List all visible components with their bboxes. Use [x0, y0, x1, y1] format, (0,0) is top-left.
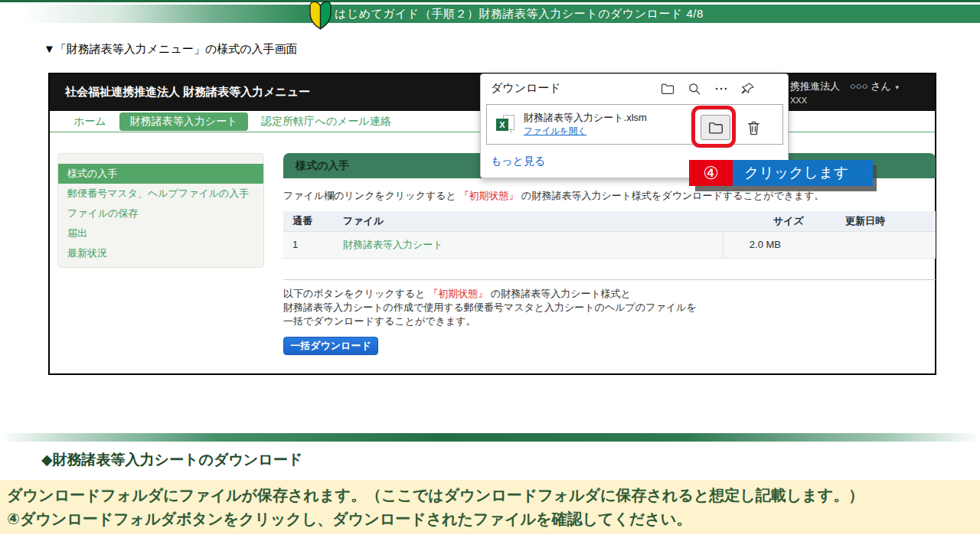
trash-icon: [745, 119, 763, 137]
divider-rule: [283, 279, 936, 280]
step-number-badge: ④: [689, 160, 733, 186]
beginner-mark-icon: [309, 1, 332, 30]
bulk-emphasis: 『初期状態』: [428, 288, 488, 299]
app-title: 社会福祉連携推進法人 財務諸表等入力メニュー: [65, 85, 310, 99]
col-no: 通番: [283, 211, 337, 231]
chevron-down-icon: ▼: [894, 84, 900, 91]
download-popup-title: ダウンロード: [491, 81, 561, 96]
tab-mail-contact[interactable]: 認定所轄庁へのメール連絡: [251, 115, 400, 129]
sidebar-item-submit[interactable]: 届出: [58, 223, 263, 243]
screen-caption: ▼「財務諸表等入力メニュー」の様式の入手画面: [44, 42, 298, 57]
intro-emphasis: 『初期状態』: [459, 190, 519, 201]
popup-toolbar: [658, 80, 757, 98]
delete-download-button[interactable]: [743, 118, 763, 138]
search-downloads-icon[interactable]: [685, 80, 704, 98]
note-box: ダウンロードフォルダにファイルが保存されます。（ここではダウンロードフォルダに保…: [0, 480, 980, 534]
user-menu[interactable]: 携推進法人 ○○○ さん▼ XXX: [790, 80, 900, 107]
click-instruction-label: クリックします: [733, 160, 873, 186]
banner-top-line: [0, 0, 980, 2]
table-row: 1 財務諸表等入力シート 2.0 MB: [283, 232, 936, 259]
guide-banner-title: はじめてガイド（手順２）財務諸表等入力シートのダウンロード 4/8: [335, 7, 704, 21]
table-header-row: 通番 ファイル サイズ 更新日時: [283, 211, 936, 232]
open-downloads-folder-icon[interactable]: [658, 80, 677, 98]
bulk-line1-pre: 以下のボタンをクリックすると: [283, 288, 428, 299]
guide-banner: はじめてガイド（手順２）財務諸表等入力シートのダウンロード 4/8: [0, 5, 980, 23]
user-org: XXX: [790, 94, 900, 107]
sidebar-item-save-file[interactable]: ファイルの保存: [58, 204, 263, 223]
sidebar-item-latest-status[interactable]: 最新状況: [58, 243, 263, 263]
cell-no: 1: [283, 232, 337, 258]
downloaded-file-item[interactable]: X↓ 財務諸表等入力シート.xlsm ファイルを開く: [486, 104, 783, 145]
cell-updated: [835, 232, 936, 258]
bulk-download-text: 以下のボタンをクリックすると 『初期状態』 の財務諸表等入力シート様式と 財務諸…: [283, 287, 936, 328]
file-table: 通番 ファイル サイズ 更新日時 1 財務諸表等入力シート 2.0 MB: [283, 211, 936, 259]
bulk-line3: 一括でダウンロードすることができます。: [283, 315, 936, 328]
bulk-line2: 財務諸表等入力シートの作成で使用する郵便番号マスタと入力シートのヘルプのファイル…: [283, 301, 936, 315]
downloaded-file-name: 財務諸表等入力シート.xlsm: [524, 111, 647, 125]
intro-pre: ファイル欄のリンクをクリックすると: [283, 190, 459, 201]
bulk-download-button[interactable]: 一括ダウンロード: [283, 337, 378, 355]
tab-home[interactable]: ホーム: [64, 115, 116, 129]
col-updated: 更新日時: [835, 211, 936, 231]
section-divider: [0, 433, 980, 442]
note-line-1: ダウンロードフォルダにファイルが保存されます。（ここではダウンロードフォルダに保…: [7, 484, 973, 507]
sidebar-item-postal-master[interactable]: 郵便番号マスタ、ヘルプファイルの入手: [58, 184, 263, 204]
col-size: サイズ: [724, 211, 835, 231]
see-more-link[interactable]: もっと見る: [491, 155, 545, 168]
tab-input-sheet[interactable]: 財務諸表等入力シート: [119, 112, 249, 131]
section-heading: ◆財務諸表等入力シートのダウンロード: [41, 450, 302, 470]
cell-size: 2.0 MB: [724, 232, 835, 258]
pin-icon[interactable]: [739, 80, 757, 98]
user-name: 携推進法人 ○○○ さん: [790, 80, 891, 92]
sidebar: 様式の入手 郵便番号マスタ、ヘルプファイルの入手 ファイルの保存 届出 最新状況: [57, 153, 264, 268]
excel-file-icon: X↓: [496, 115, 516, 135]
file-download-link[interactable]: 財務諸表等入力シート: [343, 239, 443, 250]
highlight-ring: [691, 106, 736, 148]
note-line-2: ④ダウンロードフォルダボタンをクリックし、ダウンロードされたファイルを確認してく…: [7, 507, 973, 531]
intro-post: の財務諸表等入力シート様式をダウンロードすることができます。: [519, 190, 825, 201]
bulk-line1-post: の財務諸表等入力シート様式と: [488, 288, 631, 299]
open-file-link[interactable]: ファイルを開く: [524, 126, 586, 137]
col-file: ファイル: [337, 211, 724, 231]
more-options-icon[interactable]: [712, 80, 730, 98]
sidebar-item-get-form[interactable]: 様式の入手: [58, 164, 263, 184]
